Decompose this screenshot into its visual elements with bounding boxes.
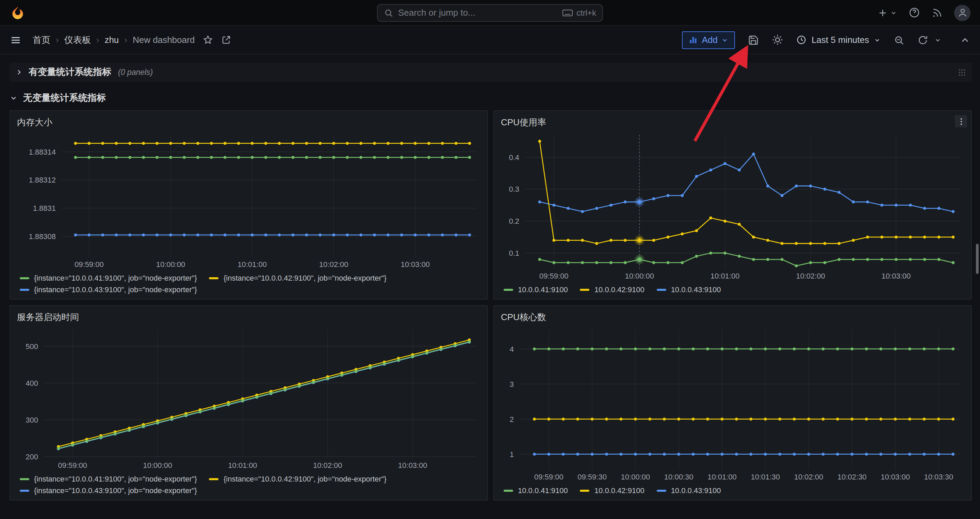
search-input[interactable]: Search or jump to... ctrl+k xyxy=(377,4,603,21)
panel-title[interactable]: 内存大小 xyxy=(17,117,52,129)
dashboard-settings-button[interactable] xyxy=(772,34,784,46)
help-button[interactable] xyxy=(908,7,920,18)
refresh-group xyxy=(917,34,941,45)
legend-swatch xyxy=(657,289,666,291)
news-button[interactable] xyxy=(932,7,943,18)
chevron-right-icon xyxy=(15,68,23,76)
refresh-interval-button[interactable] xyxy=(934,37,941,43)
legend-item[interactable]: {instance="10.0.0.42:9100", job="node-ex… xyxy=(209,474,387,484)
save-icon xyxy=(748,34,759,45)
breadcrumb-separator: › xyxy=(96,35,99,45)
legend-swatch xyxy=(209,277,219,279)
svg-text:10:03:30: 10:03:30 xyxy=(924,473,953,481)
share-button[interactable] xyxy=(221,35,231,45)
legend-item[interactable]: 10.0.0.41:9100 xyxy=(504,485,568,495)
svg-text:0.2: 0.2 xyxy=(509,217,519,225)
legend-label: {instance="10.0.0.43:9100", job="node-ex… xyxy=(34,485,197,495)
search-icon xyxy=(384,8,393,18)
svg-text:09:59:00: 09:59:00 xyxy=(539,272,569,280)
breadcrumb: 首页 › 仪表板 › zhu › New dashboard xyxy=(33,34,195,46)
row-title: 无变量统计系统指标 xyxy=(23,92,106,104)
favorite-star-button[interactable] xyxy=(203,35,213,45)
legend-swatch xyxy=(504,489,513,492)
legend-label: {instance="10.0.0.42:9100", job="node-ex… xyxy=(224,474,387,484)
legend-item[interactable]: 10.0.0.41:9100 xyxy=(504,285,568,294)
shortcut-label: ctrl+k xyxy=(576,8,596,18)
refresh-button[interactable] xyxy=(917,34,928,45)
legend-label: 10.0.0.43:9100 xyxy=(671,285,721,294)
svg-text:0.3: 0.3 xyxy=(509,185,519,193)
row-drag-handle[interactable] xyxy=(958,68,966,77)
cpu-usage-chart[interactable]: 09:59:0010:00:0010:01:0010:02:0010:03:00… xyxy=(501,130,964,281)
svg-text:09:59:00: 09:59:00 xyxy=(58,461,87,469)
legend-item[interactable]: 10.0.0.42:9100 xyxy=(580,285,644,294)
panel-title[interactable]: 服务器启动时间 xyxy=(17,311,79,324)
search-shortcut: ctrl+k xyxy=(562,8,596,18)
svg-text:2: 2 xyxy=(510,415,514,424)
breadcrumb-home[interactable]: 首页 xyxy=(33,34,50,46)
legend-item[interactable]: 10.0.0.43:9100 xyxy=(657,485,721,495)
top-navbar: Search or jump to... ctrl+k xyxy=(0,0,980,26)
svg-text:10:02:30: 10:02:30 xyxy=(837,473,867,481)
panel-legend: {instance="10.0.0.41:9100", job="node-ex… xyxy=(17,271,480,296)
add-panel-button[interactable]: Add xyxy=(682,31,735,49)
legend-item[interactable]: 10.0.0.42:9100 xyxy=(580,485,644,495)
svg-text:1.88314: 1.88314 xyxy=(29,148,56,156)
toolbar-actions: Add Last 5 minutes xyxy=(682,31,970,49)
svg-text:10:03:00: 10:03:00 xyxy=(398,461,427,469)
svg-text:10:01:00: 10:01:00 xyxy=(237,260,267,269)
time-range-picker[interactable]: Last 5 minutes xyxy=(797,35,881,45)
hamburger-icon xyxy=(10,34,22,46)
legend-item[interactable]: {instance="10.0.0.41:9100", job="node-ex… xyxy=(20,474,197,484)
legend-item[interactable]: {instance="10.0.0.43:9100", job="node-ex… xyxy=(20,285,197,294)
breadcrumb-separator: › xyxy=(124,35,127,45)
legend-swatch xyxy=(580,489,590,492)
chevron-down-icon xyxy=(10,94,18,102)
save-dashboard-button[interactable] xyxy=(748,34,759,45)
vertical-scrollbar[interactable] xyxy=(976,244,978,274)
grafana-flame-icon xyxy=(10,5,25,20)
gear-icon xyxy=(772,34,784,46)
legend-item[interactable]: {instance="10.0.0.42:9100", job="node-ex… xyxy=(209,273,387,283)
svg-text:1.88308: 1.88308 xyxy=(29,232,56,241)
help-circle-icon xyxy=(908,7,920,18)
legend-swatch xyxy=(580,289,590,291)
dashboard-row-expanded[interactable]: 无变量统计系统指标 xyxy=(10,91,106,105)
user-avatar[interactable] xyxy=(954,5,970,21)
panel-title[interactable]: CPU核心数 xyxy=(501,311,546,324)
navbar-actions xyxy=(877,5,970,21)
chevron-down-icon xyxy=(722,37,729,43)
grafana-logo[interactable] xyxy=(10,5,26,21)
legend-item[interactable]: {instance="10.0.0.41:9100", job="node-ex… xyxy=(20,273,197,283)
zoom-out-time-button[interactable] xyxy=(894,34,904,45)
breadcrumb-folder[interactable]: zhu xyxy=(105,35,119,45)
panel-memory-size: 内存大小 09:59:0010:00:0010:01:0010:02:0010:… xyxy=(10,110,488,300)
cpu-cores-chart[interactable]: 09:59:0009:59:3010:00:0010:00:3010:01:00… xyxy=(501,325,964,482)
svg-text:10:01:00: 10:01:00 xyxy=(711,272,740,280)
new-menu-button[interactable] xyxy=(877,7,897,18)
rss-icon xyxy=(932,7,943,18)
memory-size-chart[interactable]: 09:59:0010:00:0010:01:0010:02:0010:03:00… xyxy=(17,130,480,270)
svg-text:300: 300 xyxy=(25,416,38,424)
panel-title[interactable]: CPU使用率 xyxy=(501,117,546,129)
menu-toggle-button[interactable] xyxy=(10,34,22,46)
server-uptime-chart[interactable]: 09:59:0010:00:0010:01:0010:02:0010:03:00… xyxy=(17,325,480,471)
collapse-toolbar-button[interactable] xyxy=(959,34,970,45)
breadcrumb-dashboards[interactable]: 仪表板 xyxy=(64,34,91,46)
legend-item[interactable]: 10.0.0.43:9100 xyxy=(657,285,721,294)
panel-menu-button[interactable] xyxy=(955,115,967,127)
panel-header: CPU核心数 xyxy=(501,310,964,325)
svg-text:10:02:00: 10:02:00 xyxy=(796,272,825,280)
legend-label: 10.0.0.42:9100 xyxy=(595,285,644,294)
legend-item[interactable]: {instance="10.0.0.43:9100", job="node-ex… xyxy=(20,485,197,495)
refresh-icon xyxy=(917,34,928,45)
panel-cpu-cores: CPU核心数 09:59:0009:59:3010:00:0010:00:301… xyxy=(493,305,972,501)
svg-text:0.1: 0.1 xyxy=(509,249,519,257)
svg-text:10:02:00: 10:02:00 xyxy=(794,473,824,481)
panel-cpu-usage: CPU使用率 09:59:0010:00:0010:01:0010:02:001… xyxy=(493,110,972,300)
dashboard-row-collapsed[interactable]: 有变量统计系统指标 (0 panels) xyxy=(10,63,972,82)
panel-legend: 10.0.0.41:910010.0.0.42:910010.0.0.43:91… xyxy=(501,283,964,296)
svg-text:1.88312: 1.88312 xyxy=(29,176,56,184)
svg-text:1: 1 xyxy=(510,450,514,459)
svg-text:10:02:00: 10:02:00 xyxy=(319,260,348,269)
